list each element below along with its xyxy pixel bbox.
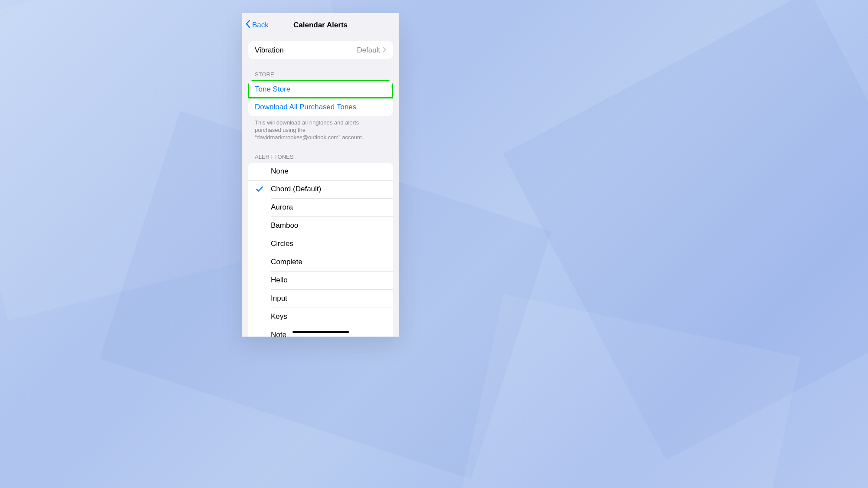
- alert-tone-row[interactable]: Aurora: [248, 199, 393, 216]
- alert-tone-label: None: [271, 167, 289, 176]
- alert-tone-label: Note: [271, 331, 286, 337]
- tone-store-row[interactable]: Tone Store: [248, 80, 393, 98]
- alert-tone-row[interactable]: Circles: [248, 235, 393, 253]
- back-button[interactable]: Back: [245, 13, 269, 37]
- alert-tone-label: Bamboo: [271, 221, 298, 230]
- alert-tones-section-header: ALERT TONES: [255, 154, 386, 160]
- vibration-value: Default: [357, 46, 386, 55]
- store-section-header: STORE: [255, 71, 386, 78]
- alert-tone-row[interactable]: Keys: [248, 308, 393, 326]
- checkmark-slot: [248, 186, 271, 192]
- alert-tone-row[interactable]: Input: [248, 290, 393, 308]
- download-purchased-label: Download All Purchased Tones: [255, 103, 356, 111]
- vibration-label: Vibration: [255, 46, 284, 55]
- alert-tone-none[interactable]: None: [248, 163, 393, 180]
- store-section-footer: This will download all ringtones and ale…: [255, 119, 386, 141]
- alert-tone-row[interactable]: Complete: [248, 253, 393, 271]
- alert-tones-group: None Chord (Default)AuroraBambooCirclesC…: [248, 163, 393, 337]
- alert-tone-row[interactable]: Bamboo: [248, 217, 393, 235]
- alert-tone-row[interactable]: Chord (Default): [248, 180, 393, 198]
- alert-tone-row[interactable]: Hello: [248, 272, 393, 289]
- home-indicator[interactable]: [293, 331, 349, 333]
- settings-screen: Back Calendar Alerts Vibration Default S…: [242, 13, 399, 337]
- navbar: Back Calendar Alerts: [242, 13, 399, 37]
- chevron-left-icon: [245, 20, 250, 30]
- vibration-row[interactable]: Vibration Default: [248, 41, 393, 59]
- store-group: Tone Store Download All Purchased Tones: [248, 80, 393, 116]
- alert-tone-label: Circles: [271, 239, 293, 248]
- tone-store-label: Tone Store: [255, 85, 290, 94]
- download-purchased-row[interactable]: Download All Purchased Tones: [248, 98, 393, 116]
- chevron-right-icon: [383, 46, 386, 55]
- alert-tone-label: Aurora: [271, 203, 293, 212]
- alert-tone-label: Complete: [271, 258, 302, 266]
- alert-tone-label: Keys: [271, 312, 287, 321]
- page-title: Calendar Alerts: [293, 21, 348, 29]
- alert-tone-label: Input: [271, 294, 287, 303]
- vibration-group: Vibration Default: [248, 41, 393, 59]
- alert-tone-label: Hello: [271, 276, 288, 285]
- checkmark-icon: [256, 186, 263, 192]
- back-label: Back: [252, 21, 269, 29]
- alert-tone-label: Chord (Default): [271, 185, 321, 193]
